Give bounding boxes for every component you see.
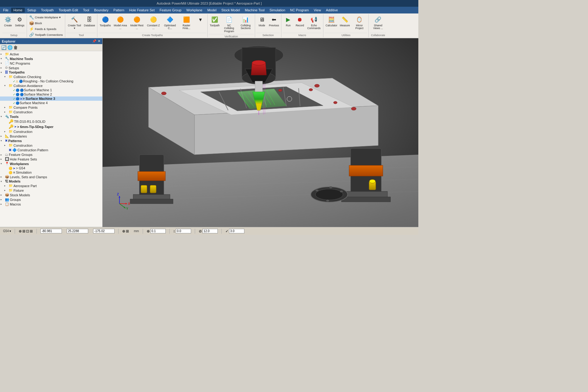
database-button[interactable]: 🗄 Database: [83, 15, 96, 28]
tree-tool-6mm[interactable]: 🔑 ➤ > 6mm-Tip-5Deg-Taper: [0, 124, 102, 129]
tree-feature-groups[interactable]: ▸ 🗂 Feature Groups: [0, 153, 102, 157]
create-tool-button[interactable]: 🔨 Create Tool ▾: [66, 15, 82, 31]
tree-fixture[interactable]: ▸ 📁 Fixture: [0, 188, 102, 193]
tree-hole-feature-sets[interactable]: ▸ 🔲 Hole Feature Sets: [0, 157, 102, 161]
model-area-button[interactable]: 🟠 Model Area ...: [112, 15, 128, 31]
tree-levels-sets[interactable]: ▸ 📦 Levels, Sets and Clamps: [0, 175, 102, 179]
more-toolpaths-button[interactable]: ▾: [195, 15, 206, 24]
menu-pattern[interactable]: Pattern: [111, 8, 126, 13]
grid-icon[interactable]: ⊞: [30, 229, 33, 233]
tree-nc-programs[interactable]: ▾ 📄 NC Programs: [0, 61, 102, 66]
raster-finish-button[interactable]: 🟧 Raster Finis...: [179, 15, 194, 31]
menu-simulation[interactable]: Simulation: [267, 8, 288, 13]
menu-additive[interactable]: Additive: [323, 8, 340, 13]
tree-workplanes[interactable]: ▾ 📍 Workplanes: [0, 161, 102, 166]
tree-construction-patterns[interactable]: ▸ 📁 Construction: [0, 143, 102, 148]
menu-view[interactable]: View: [311, 8, 323, 13]
menu-boundary[interactable]: Boundary: [92, 8, 111, 13]
optimised-c-button[interactable]: 🔷 Optimised C...: [162, 15, 178, 31]
measure-button[interactable]: 📏 Measure: [339, 15, 351, 28]
cursor-icon[interactable]: ⊞: [22, 229, 25, 233]
view-icon[interactable]: ⊡: [26, 229, 29, 233]
tree-surface-machine-2[interactable]: ✓ 🔵 🔵 Surface Machine 2: [0, 92, 102, 96]
echo-commands-button[interactable]: 📢 Echo Commands: [306, 15, 322, 31]
settings-button[interactable]: ⚙ Settings: [14, 15, 25, 28]
tree-setups[interactable]: ▸ ⚙ Setups: [0, 66, 102, 70]
constant-z-button[interactable]: 🟡 Constant Z ...: [145, 15, 161, 31]
tree-boundaries[interactable]: ▸ 📐 Boundaries: [0, 134, 102, 138]
snap-icon[interactable]: ⊕: [19, 229, 22, 233]
tree-compare-points[interactable]: ▸ 📁 Compare Points: [0, 105, 102, 110]
tree-roughing[interactable]: ✓ ⚠ 🔵 Roughing - No Collision Checking: [0, 79, 102, 83]
explorer-close-button[interactable]: ✕: [98, 39, 100, 43]
tree-construction-toolpaths[interactable]: ▸ 📁 Construction: [0, 110, 102, 114]
tree-macros[interactable]: ▸ 📋 Macros: [0, 202, 102, 206]
explorer-toolbar-icon3[interactable]: 🗑: [13, 45, 18, 50]
previous-button[interactable]: ⬅ Previous: [268, 15, 280, 28]
tree-tools[interactable]: ▾ 🔩 Tools: [0, 114, 102, 119]
tree-active[interactable]: ▸ 📁 Active: [0, 52, 102, 56]
thickness-input[interactable]: [176, 229, 191, 233]
coord-z-input[interactable]: [93, 229, 115, 233]
coord-y-input[interactable]: [67, 229, 88, 233]
coord-x-input[interactable]: [40, 229, 62, 233]
explorer-toolbar-icon1[interactable]: 🔄: [1, 45, 6, 50]
tree-surface-machine-4[interactable]: ✓ 🔵 Surface Machine 4: [0, 101, 102, 105]
status-thickness: ↕: [172, 229, 192, 233]
explorer-toolbar-icon2[interactable]: 🌐: [7, 45, 13, 50]
run-button[interactable]: ▶ Run: [283, 15, 294, 28]
workplane-dropdown[interactable]: ▾: [9, 229, 11, 233]
menu-feature-group[interactable]: Feature Group: [157, 8, 184, 13]
tree-construction-tools[interactable]: ▸ 📁 Construction: [0, 129, 102, 134]
block-button[interactable]: 📦 Block: [28, 21, 43, 26]
tree-surface-machine-1[interactable]: ✓ 🔵 🔵 Surface Machine 1: [0, 88, 102, 92]
viewport[interactable]: X Z Y: [103, 38, 418, 227]
menu-workplane[interactable]: Workplane: [184, 8, 205, 13]
tree-toolpaths[interactable]: ▾ 🛤 Toolpaths: [0, 70, 102, 74]
svg-point-17: [351, 107, 356, 110]
menu-toolpath-edit[interactable]: Toolpath Edit: [56, 8, 81, 13]
tree-workplane-g54[interactable]: 🟡 ➤ > G54: [0, 166, 102, 170]
menu-setup[interactable]: Setup: [25, 8, 39, 13]
tree-collision-checking[interactable]: ▾ 📁 Collision Checking: [0, 74, 102, 79]
create-workplane-button[interactable]: 🔧 Create Workplane ▾: [28, 15, 62, 20]
tolerance-input[interactable]: [150, 229, 166, 233]
tree-machine-tools[interactable]: ▾ 🔧 Machine Tools: [0, 56, 102, 61]
menu-stock-model[interactable]: Stock Model: [219, 8, 243, 13]
calculator-button[interactable]: 🧮 Calculator: [325, 15, 338, 28]
tree-construction-pattern[interactable]: ✖ 🔷 Construction Pattern: [0, 148, 102, 153]
tree-models[interactable]: ▾ 🏗 Models: [0, 179, 102, 183]
nc-program-button[interactable]: 📄 NC Colliding Program: [221, 15, 237, 33]
tree-groups[interactable]: ▸ 👥 Groups: [0, 197, 102, 202]
toolpaths-button[interactable]: 🔵 Toolpaths: [99, 15, 111, 28]
tree-workplane-simulation[interactable]: 🟡 ✖ Simulation: [0, 170, 102, 175]
menu-machine-tool[interactable]: Machine Tool: [242, 8, 267, 13]
colliding-sections-button[interactable]: 📊 Colliding Sections: [238, 15, 254, 31]
tree-stock-models[interactable]: ▸ 📦 Stock Models: [0, 193, 102, 197]
model-rest-button[interactable]: 🟠 Model Rest ...: [129, 15, 145, 31]
menu-model[interactable]: Model: [205, 8, 219, 13]
tree-collision-avoidance[interactable]: ▾ 📁 Collision Avoidance: [0, 83, 102, 88]
shared-views-button[interactable]: 🔗 Shared Views ...: [370, 15, 386, 31]
tree-patterns[interactable]: ▾ ✖ Patterns: [0, 138, 102, 143]
create-button[interactable]: ⚙️ Create: [2, 15, 13, 28]
stepover-input[interactable]: [229, 229, 244, 233]
tree-aerospace-part[interactable]: ▸ 📁 Aerospace Part: [0, 183, 102, 188]
menu-hole-feature-set[interactable]: Hole Feature Set: [127, 8, 157, 13]
mirror-project-button[interactable]: 🪞 Mirror Project: [351, 15, 367, 31]
tree-tool-tr-d10[interactable]: 🔑 TR-D10-R1.0-SOLID: [0, 119, 102, 124]
menu-tool[interactable]: Tool: [81, 8, 92, 13]
feeds-speeds-button[interactable]: ⚡ Feeds & Speeds: [28, 26, 57, 32]
explorer-pin-button[interactable]: 📌: [92, 39, 96, 43]
menu-nc-program[interactable]: NC Program: [288, 8, 311, 13]
record-button[interactable]: ⏺ Record: [294, 15, 305, 28]
mode-button[interactable]: 🖥 Mode: [256, 15, 267, 28]
toolpath-verify-button[interactable]: ✅ Toolpath: [209, 15, 221, 28]
menu-toolpath[interactable]: Toolpath: [39, 8, 56, 13]
menu-home[interactable]: Home: [11, 8, 25, 13]
toolpath-connections-button[interactable]: 🔗 Toolpath Connections: [28, 32, 64, 37]
status-stepover: ✓: [224, 229, 246, 233]
menu-file[interactable]: File: [1, 8, 11, 13]
tree-surface-machine-3[interactable]: ✓ 🔵 ➤ > Surface Machine 3: [0, 96, 102, 101]
dia-input[interactable]: [202, 229, 218, 233]
